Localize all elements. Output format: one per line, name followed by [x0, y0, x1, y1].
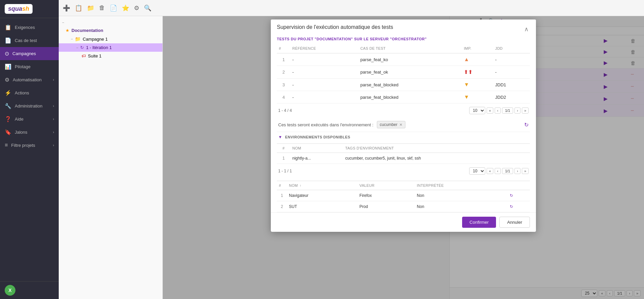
- env-current-page: 1/1: [502, 168, 513, 174]
- row-jdd: JDD2: [493, 91, 530, 103]
- col-cas: CAS DE TEST: [358, 44, 462, 53]
- automatisation-icon: ⚙: [5, 77, 9, 83]
- copy-icon[interactable]: 📋: [75, 4, 82, 12]
- exigences-icon: 📋: [5, 24, 11, 31]
- aide-icon: ❓: [5, 116, 11, 122]
- top-toolbar: ➕ 📋 📁 🗑 📄 ⭐ ⚙ 🔍: [59, 0, 644, 16]
- sidebar: squash 📋 Exigences 📄 Cas de test ⊙ Campa…: [0, 0, 59, 299]
- sidebar-item-aide[interactable]: ❓ Aide ›: [0, 113, 59, 126]
- settings-icon[interactable]: ⚙: [134, 4, 139, 12]
- refresh-jdd-icon-2[interactable]: ↻: [510, 204, 513, 209]
- sidebar-item-cas-de-test[interactable]: 📄 Cas de test: [0, 34, 59, 47]
- col-num: #: [277, 44, 290, 53]
- jdd-row-num: 2: [277, 201, 287, 212]
- tree-item-label: Suite 1: [88, 53, 101, 58]
- env-tag-name: cucumber: [380, 122, 398, 127]
- modal-subtitle: TESTS DU PROJET "DOCUMENTATION" SUR LE S…: [271, 34, 536, 44]
- row-cas: parse_feat_ko: [358, 53, 462, 66]
- env-section-label: ENVIRONNEMENTS DISPONIBLES: [285, 135, 350, 139]
- imp-arrow-up: ▲: [464, 56, 469, 62]
- next-page-btn[interactable]: ›: [514, 108, 521, 114]
- env-prev-page-btn[interactable]: ‹: [495, 168, 501, 174]
- imp-arrow-down2: ▼: [464, 94, 469, 100]
- search-icon[interactable]: 🔍: [144, 4, 151, 12]
- last-page-btn[interactable]: »: [522, 108, 529, 114]
- env-section-toggle[interactable]: ▼ ENVIRONNEMENTS DISPONIBLES: [277, 132, 530, 142]
- tree-collapse-button[interactable]: −: [59, 19, 162, 26]
- sidebar-user[interactable]: X: [0, 281, 59, 299]
- sidebar-item-filtre-projets[interactable]: ≡ Filtre projets ›: [0, 139, 59, 152]
- confirm-button[interactable]: Confirmer: [462, 217, 496, 228]
- table-row: 4 - parse_feat_blocked ▼ JDD2: [277, 91, 530, 103]
- modal-title: Supervision de l'exécution automatique d…: [277, 24, 393, 30]
- cancel-button[interactable]: Annuler: [499, 217, 530, 228]
- star-icon: ★: [65, 28, 69, 33]
- row-imp: ▼: [462, 79, 493, 91]
- chevron-right-icon-admin: ›: [53, 104, 54, 108]
- per-page-select[interactable]: 10: [469, 107, 485, 114]
- actions-icon: ⚡: [5, 90, 11, 96]
- sidebar-item-automatisation[interactable]: ⚙ Automatisation ›: [0, 73, 59, 86]
- modal-body: # RÉFÉRENCE CAS DE TEST IMP. JDD 1: [271, 44, 536, 212]
- pagination-controls: 10 « ‹ 1/1 › »: [469, 107, 529, 114]
- tree-item-suite1[interactable]: 🏷 Suite 1: [59, 52, 162, 60]
- document-icon[interactable]: 📄: [110, 4, 117, 12]
- env-row-num: 1: [277, 153, 290, 164]
- sidebar-item-administration[interactable]: 🔧 Administration ›: [0, 99, 59, 113]
- logo[interactable]: squash: [5, 4, 33, 14]
- tree-item-campagne1[interactable]: − 📁 Campagne 1: [59, 35, 162, 43]
- env-next-page-btn[interactable]: ›: [514, 168, 521, 174]
- tag-icon: 🏷: [82, 53, 86, 58]
- row-ref: -: [290, 79, 358, 91]
- table-row: 1 - parse_feat_ko ▲ -: [277, 53, 530, 66]
- env-table-row: 1 nightly-a... cucumber, cucumber5, juni…: [277, 153, 530, 164]
- env-row-tags: cucumber, cucumber5, junit, linux, skf, …: [343, 153, 530, 164]
- tree-minus-icon: −: [71, 37, 73, 41]
- tree-item-label: Campagne 1: [83, 37, 107, 42]
- pilotage-icon: 📊: [5, 63, 11, 70]
- chevron-right-icon-aide: ›: [53, 117, 54, 121]
- tree-item-label: Documentation: [71, 28, 103, 33]
- chevron-right-icon-filtre: ›: [53, 143, 54, 147]
- jdd-row-nom: Navigateur: [287, 190, 357, 201]
- env-row-nom: nightly-a...: [290, 153, 343, 164]
- sidebar-item-actions[interactable]: ⚡ Actions: [0, 86, 59, 99]
- right-panel: ⊞ ✏ ⧉ ➕ 🔍 🗑 DERNIÈRE EXÉC. ▼: [163, 16, 644, 299]
- add-icon[interactable]: ➕: [63, 4, 70, 12]
- env-first-page-btn[interactable]: «: [487, 168, 493, 174]
- modal-close-button[interactable]: ∧: [523, 24, 530, 34]
- row-num: 2: [277, 66, 290, 79]
- campagnes-icon: ⊙: [5, 50, 9, 57]
- first-page-btn[interactable]: «: [487, 108, 493, 114]
- env-last-page-btn[interactable]: »: [522, 168, 529, 174]
- sort-icon[interactable]: ↑: [300, 184, 301, 187]
- jdd-table: # NOM ↑ VALEUR INTERPRÉTÉE: [277, 181, 530, 212]
- sidebar-item-campagnes[interactable]: ⊙ Campagnes: [0, 47, 59, 60]
- row-jdd: -: [493, 66, 530, 79]
- cycle-icon: ↻: [80, 45, 84, 50]
- jdd-col-valeur: VALEUR: [357, 181, 415, 190]
- env-tag-close[interactable]: ✕: [399, 123, 402, 127]
- col-ref: RÉFÉRENCE: [290, 44, 358, 53]
- sidebar-item-pilotage[interactable]: 📊 Pilotage: [0, 60, 59, 73]
- sidebar-item-exigences[interactable]: 📋 Exigences: [0, 21, 59, 34]
- env-per-page-select[interactable]: 10: [469, 167, 485, 175]
- refresh-jdd-icon-1[interactable]: ↻: [510, 193, 513, 198]
- delete-toolbar-icon[interactable]: 🗑: [99, 4, 105, 11]
- env-available-table: # NOM TAGS D'ENVIRONNEMENT 1 nightly-a..…: [277, 143, 530, 164]
- prev-page-btn[interactable]: ‹: [495, 108, 501, 114]
- tree-item-documentation[interactable]: ★ Documentation: [59, 26, 162, 35]
- row-num: 1: [277, 53, 290, 66]
- tree-item-iteration1[interactable]: − ↻ 1 - Itération 1: [59, 43, 162, 52]
- row-jdd: -: [493, 53, 530, 66]
- table-row: 2 - parse_feat_ok ⬆⬆ -: [277, 66, 530, 79]
- folder-icon[interactable]: 📁: [87, 4, 94, 12]
- main-area: ➕ 📋 📁 🗑 📄 ⭐ ⚙ 🔍 − ★ Documentation − 📁 Ca…: [59, 0, 644, 299]
- row-cas: parse_feat_blocked: [358, 79, 462, 91]
- refresh-icon[interactable]: ↻: [524, 122, 529, 128]
- row-cas: parse_feat_blocked: [358, 91, 462, 103]
- star-toolbar-icon[interactable]: ⭐: [122, 4, 129, 12]
- row-imp: ⬆⬆: [462, 66, 493, 79]
- folder-purple-icon: 📁: [75, 36, 81, 42]
- sidebar-item-jalons[interactable]: 🔖 Jalons ›: [0, 126, 59, 139]
